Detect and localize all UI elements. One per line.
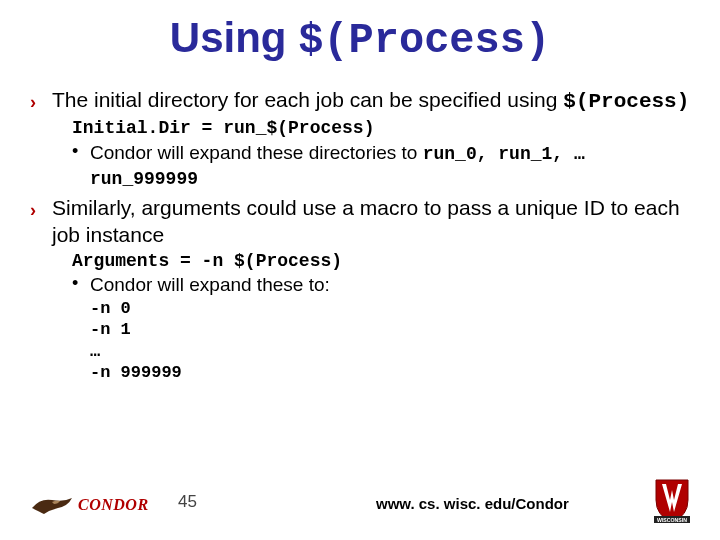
slide-number: 45 [178,492,197,512]
chevron-icon: › [30,87,52,114]
expanded-1: -n 1 [90,319,690,340]
dot-icon: • [72,141,90,163]
chevron-icon: › [30,195,52,222]
bullet-1-dot-text-a: Condor will expand these directories to [90,142,423,163]
bullet-2-code: Arguments = -n $(Process) [72,250,690,273]
bullet-2: › Similarly, arguments could use a macro… [30,195,690,248]
wisc-label: WISCONSIN [657,517,687,523]
condor-label-rest: ONDOR [89,496,148,513]
bullet-2-dot: • Condor will expand these to: [72,273,690,298]
expanded-2: … [90,341,690,362]
condor-logo-text: CONDOR [78,496,149,514]
bullet-1-mono: $(Process) [563,90,689,113]
expanded-0: -n 0 [90,298,690,319]
expanded-3: -n 999999 [90,362,690,383]
bullet-1-text-a: The initial directory for each job can b… [52,88,563,111]
bird-icon [30,494,74,516]
bullet-2-text: Similarly, arguments could use a macro t… [52,195,690,248]
bullet-2-expanded: -n 0 -n 1 … -n 999999 [90,298,690,383]
dot-icon: • [72,273,90,295]
footer-url: www. cs. wisc. edu/Condor [376,495,569,512]
title-mono: $(Process) [298,17,550,65]
slide-body: Using $(Process) › The initial directory… [0,0,720,383]
wisconsin-crest-icon: WISCONSIN [646,472,698,524]
bullet-1-code: Initial.Dir = run_$(Process) [72,117,690,140]
slide-title: Using $(Process) [30,14,690,65]
title-prefix: Using [170,14,298,61]
bullet-2-dot-text: Condor will expand these to: [90,273,690,298]
bullet-1-dot: • Condor will expand these directories t… [72,141,690,192]
bullet-2-sub: Arguments = -n $(Process) • Condor will … [72,250,690,298]
bullet-1-sub: Initial.Dir = run_$(Process) • Condor wi… [72,117,690,191]
bullet-1-text: The initial directory for each job can b… [52,87,690,115]
condor-logo: CONDOR [30,494,149,516]
slide-footer: CONDOR 45 www. cs. wisc. edu/Condor WISC… [0,472,720,530]
bullet-1: › The initial directory for each job can… [30,87,690,115]
bullet-1-dot-text: Condor will expand these directories to … [90,141,690,192]
